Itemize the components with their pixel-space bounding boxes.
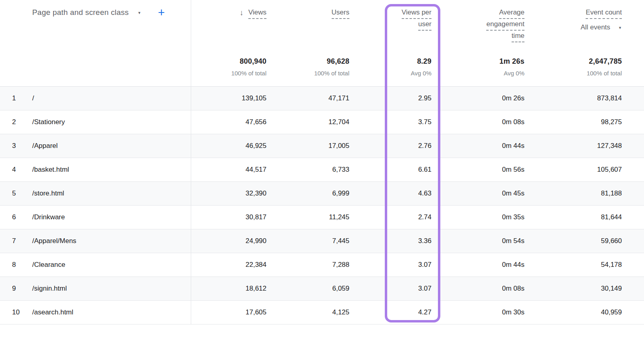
- table-row: 7 /Apparel/Mens 24,990 7,445 3.36 0m 54s…: [0, 229, 644, 253]
- table-row: 3 /Apparel 46,925 17,005 2.76 0m 44s 127…: [0, 134, 644, 158]
- event-count-value: 40,959: [524, 301, 622, 324]
- table-row: 5 /store.html 32,390 6,999 4.63 0m 45s 8…: [0, 182, 644, 206]
- event-count-value: 81,644: [524, 206, 622, 229]
- table-row: 2 /Stationery 47,656 12,704 3.75 0m 08s …: [0, 110, 644, 134]
- row-rank: 6: [12, 213, 32, 221]
- views-per-user-total-cell: 8.29 Avg 0%: [349, 54, 431, 86]
- views-per-user-value: 2.74: [349, 206, 431, 229]
- views-value: 18,612: [191, 277, 266, 300]
- page-path-cell: 6 /Drinkware: [0, 206, 191, 229]
- page-path: /: [32, 94, 34, 102]
- event-count-value: 30,149: [524, 277, 622, 300]
- views-total-cell: 800,940 100% of total: [191, 54, 266, 86]
- views-per-user-value: 2.95: [349, 87, 431, 110]
- page-path: /asearch.html: [32, 308, 73, 316]
- sort-by-avg-engagement-time[interactable]: time: [512, 32, 524, 42]
- users-value: 6,733: [266, 158, 349, 181]
- event-count-total: 2,647,785: [589, 57, 622, 66]
- views-value: 139,105: [191, 87, 266, 110]
- row-rank: 1: [12, 94, 32, 102]
- row-rank: 4: [12, 166, 32, 174]
- views-value: 24,990: [191, 229, 266, 253]
- avg-engagement-time-value: 0m 56s: [431, 158, 524, 181]
- avg-engagement-time-total: 1m 26s: [500, 57, 524, 66]
- sort-by-avg-engagement-time[interactable]: Average: [499, 8, 524, 19]
- page-path-cell: 2 /Stationery: [0, 110, 191, 134]
- table-row: 1 / 139,105 47,171 2.95 0m 26s 873,814: [0, 87, 644, 110]
- column-header-avg-engagement-time: Average engagement time: [431, 0, 524, 54]
- event-count-value: 54,178: [524, 253, 622, 277]
- sort-by-views[interactable]: ↓ Views: [239, 8, 266, 19]
- sort-by-views-per-user[interactable]: Views per: [402, 8, 431, 19]
- users-value: 7,445: [266, 229, 349, 253]
- views-value: 44,517: [191, 158, 266, 181]
- page-path-cell: 3 /Apparel: [0, 134, 191, 158]
- users-value: 6,999: [266, 182, 349, 205]
- avg-engagement-time-value: 0m 44s: [431, 253, 524, 277]
- views-header-label: Views: [248, 8, 266, 19]
- sort-by-avg-engagement-time[interactable]: engagement: [486, 20, 524, 31]
- event-count-value: 873,814: [524, 87, 622, 110]
- event-filter-selector[interactable]: All events ▼: [580, 23, 622, 31]
- page-path: /Clearance: [32, 261, 65, 269]
- page-path-cell: 10 /asearch.html: [0, 301, 191, 324]
- users-total-cell: 96,628 100% of total: [266, 54, 349, 86]
- views-per-user-value: 3.36: [349, 229, 431, 253]
- views-value: 30,817: [191, 206, 266, 229]
- views-value: 22,384: [191, 253, 266, 277]
- event-count-value: 127,348: [524, 134, 622, 158]
- page-path: /Stationery: [32, 118, 65, 126]
- aet-header-line1: Average: [499, 8, 524, 19]
- totals-row: 800,940 100% of total 96,628 100% of tot…: [0, 54, 644, 87]
- page-path-cell: 1 /: [0, 87, 191, 110]
- sort-by-views-per-user[interactable]: user: [418, 20, 431, 31]
- users-total: 96,628: [327, 57, 349, 66]
- table-body: 1 / 139,105 47,171 2.95 0m 26s 873,814 2…: [0, 87, 644, 324]
- views-per-user-value: 4.63: [349, 182, 431, 205]
- page-path-cell: 7 /Apparel/Mens: [0, 229, 191, 253]
- row-rank: 5: [12, 189, 32, 198]
- aet-header-line2: engagement: [486, 20, 524, 31]
- users-value: 6,059: [266, 277, 349, 300]
- page-path: /store.html: [32, 189, 64, 198]
- users-total-subtext: 100% of total: [314, 70, 349, 77]
- page-path-cell: 4 /basket.html: [0, 158, 191, 181]
- users-value: 47,171: [266, 87, 349, 110]
- event-count-value: 81,188: [524, 182, 622, 205]
- row-rank: 3: [12, 142, 32, 150]
- page-path-cell: 9 /signin.html: [0, 277, 191, 300]
- event-count-total-cell: 2,647,785 100% of total: [524, 54, 622, 86]
- views-per-user-value: 6.61: [349, 158, 431, 181]
- row-rank: 2: [12, 118, 32, 126]
- dimension-label: Page path and screen class: [32, 8, 129, 17]
- views-total: 800,940: [240, 57, 266, 66]
- row-rank: 10: [12, 308, 32, 316]
- sort-by-event-count[interactable]: Event count: [586, 8, 622, 19]
- views-value: 32,390: [191, 182, 266, 205]
- avg-engagement-time-total-cell: 1m 26s Avg 0%: [431, 54, 524, 86]
- table-row: 9 /signin.html 18,612 6,059 3.07 0m 08s …: [0, 277, 644, 301]
- analytics-table: Page path and screen class ▼ + ↓ Views U…: [0, 0, 644, 339]
- avg-engagement-time-value: 0m 44s: [431, 134, 524, 158]
- avg-engagement-time-value: 0m 08s: [431, 110, 524, 134]
- views-value: 47,656: [191, 110, 266, 134]
- table-footer-space: [0, 324, 644, 339]
- chevron-down-icon: ▼: [618, 26, 622, 30]
- column-header-views-per-user: Views per user: [349, 0, 431, 54]
- views-per-user-value: 4.27: [349, 301, 431, 324]
- avg-engagement-time-value: 0m 35s: [431, 206, 524, 229]
- avg-engagement-time-value: 0m 30s: [431, 301, 524, 324]
- dimension-selector[interactable]: Page path and screen class ▼: [32, 8, 141, 17]
- event-filter-label: All events: [580, 23, 610, 31]
- views-total-subtext: 100% of total: [231, 70, 266, 77]
- add-dimension-button[interactable]: +: [158, 8, 165, 17]
- users-value: 4,125: [266, 301, 349, 324]
- page-path-cell: 5 /store.html: [0, 182, 191, 205]
- table-row: 8 /Clearance 22,384 7,288 3.07 0m 44s 54…: [0, 253, 644, 277]
- table-row: 4 /basket.html 44,517 6,733 6.61 0m 56s …: [0, 158, 644, 182]
- views-per-user-total: 8.29: [417, 57, 431, 66]
- sort-by-users[interactable]: Users: [332, 8, 349, 19]
- avg-engagement-time-value: 0m 26s: [431, 87, 524, 110]
- views-per-user-value: 3.07: [349, 277, 431, 300]
- column-header-event-count: Event count All events ▼: [524, 0, 622, 54]
